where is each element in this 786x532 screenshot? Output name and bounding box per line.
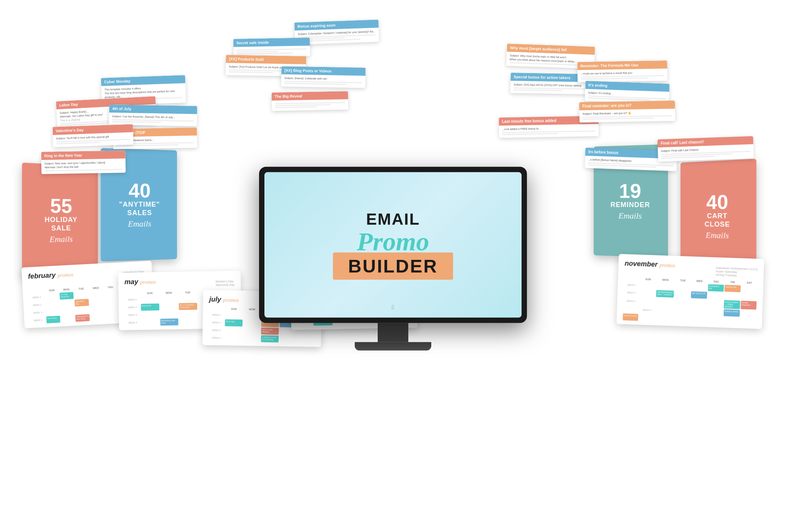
may-promos: promos	[140, 279, 156, 286]
xx-blog-posts-card: [XX] Blog Posts or Videos Subject: [Name…	[281, 66, 366, 88]
february-promos: promos	[57, 272, 73, 279]
reminder-formula-body: ...rmula we use to [achieve a result tha…	[577, 69, 668, 82]
secret-sale-card: Secret sale inside	[233, 38, 310, 57]
big-reveal-card: The Big Reveal	[272, 91, 349, 111]
november-events: Halloween Entrepreneur (11/1)Super Satur…	[716, 266, 758, 278]
reminder-number: 19	[619, 181, 641, 201]
final-reminder-card: Final reminder: are you in? Subject: Fin…	[579, 101, 675, 122]
monitor-base	[355, 342, 431, 351]
holiday-number: 55	[50, 196, 72, 216]
november-header: november promos Halloween Entrepreneur (…	[625, 259, 758, 278]
july-month: july	[209, 295, 221, 304]
final-call-card: Final call! Last chance!! Subject: Final…	[657, 136, 754, 162]
reminder-formula-card: Reminder: The Formula We Use ...rmula we…	[577, 60, 668, 82]
holiday-subtitle: Emails	[49, 234, 73, 244]
anytime-number: 40	[129, 181, 151, 201]
may-events: Mother's DayMemorial Day	[216, 279, 235, 287]
cart-close-subtitle: Emails	[706, 230, 729, 240]
ring-new-year-card: Ring in the New Year Subject: New year, …	[41, 150, 126, 174]
holiday-sale-book: 55 HOLIDAYSALE Emails	[22, 163, 98, 277]
last-minute-bonus-body: ...u've added a FREE bonus to...	[499, 124, 599, 138]
cart-close-number: 40	[706, 192, 728, 212]
final-call-body: Subject: Final call! Last Chance	[658, 144, 754, 162]
its-ending-card: It's ending Subject: It's ending...	[585, 81, 670, 104]
may-header: may promos Mother's DayMemorial Day	[124, 276, 235, 288]
valentines-card: Valentine's Day Subject: You'll fall in …	[52, 124, 134, 147]
final-reminder-body: Subject: Final Reminder – are you in? 🖐	[579, 109, 675, 122]
november-grid: SUN MON TUE WED THU FRI SAT WEEK 1 VETER…	[623, 276, 757, 325]
monitor-screen: EMAIL Promo BUILDER 	[264, 172, 522, 318]
reminder-subtitle: Emails	[618, 211, 642, 221]
february-month: february	[28, 271, 56, 281]
apple-logo-icon: 	[392, 304, 394, 311]
promo-label: Promo	[333, 228, 453, 255]
anytime-subtitle: Emails	[128, 219, 151, 229]
monitor-neck	[378, 323, 408, 342]
big-reveal-body	[272, 99, 348, 111]
july-promos: promos	[223, 297, 239, 304]
anytime-title: "ANYTIME"SALES	[119, 201, 160, 217]
holiday-title: HOLIDAYSALE	[45, 216, 78, 233]
november-calendar: november promos Halloween Entrepreneur (…	[616, 254, 764, 329]
email-label: EMAIL	[333, 210, 453, 228]
reminder-title: REMINDER	[610, 201, 650, 209]
email-title: EMAIL Promo BUILDER	[333, 210, 453, 280]
xx-blog-posts-body: Subject: [Name]: Celebrate with me!	[281, 74, 366, 88]
monitor-screen-wrapper: EMAIL Promo BUILDER 	[259, 167, 527, 323]
scene: EMAIL Promo BUILDER  55 HOLIDAYSALE Ema…	[0, 0, 786, 532]
november-promos: promos	[659, 262, 675, 269]
monitor: EMAIL Promo BUILDER 	[259, 167, 527, 351]
november-month: november	[625, 259, 658, 269]
fourth-july-card: 4th of July Subject: Cue the fireworks, …	[109, 104, 197, 126]
ring-new-year-body: Subject: New year, new [you / opportunit…	[41, 158, 126, 174]
builder-badge: BUILDER	[333, 253, 453, 280]
builder-label: BUILDER	[348, 256, 438, 276]
may-month: may	[124, 278, 138, 286]
cart-close-title: CARTCLOSE	[704, 212, 730, 229]
